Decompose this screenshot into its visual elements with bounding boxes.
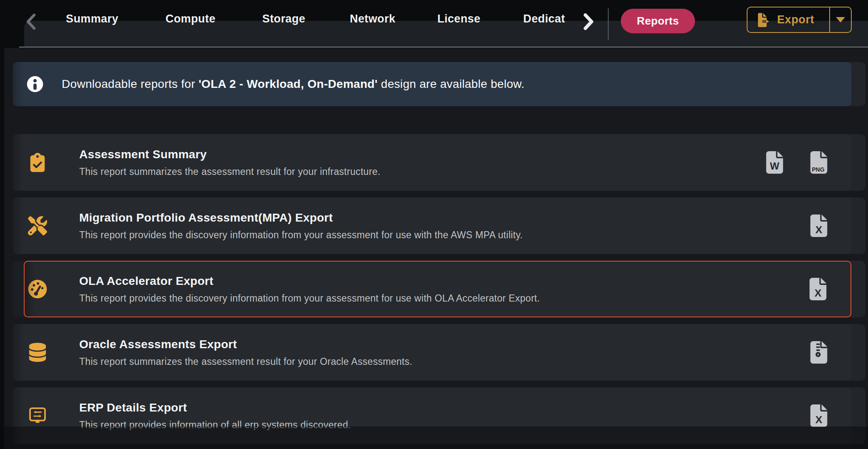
report-description: This report summarizes the assessment re… — [79, 356, 412, 367]
tab-summary[interactable]: Summary — [66, 12, 118, 25]
svg-text:W: W — [770, 161, 780, 172]
report-row: Migration Portfolio Assessment(MPA) Expo… — [13, 197, 865, 254]
tab-compute[interactable]: Compute — [166, 12, 216, 25]
svg-text:PNG: PNG — [812, 166, 825, 173]
report-card: Assessment Summary This report summarize… — [13, 134, 851, 191]
clipboard-check-icon — [28, 153, 47, 172]
report-row: OLA Accelerator Export This report provi… — [13, 261, 865, 317]
gauge-icon — [28, 279, 47, 299]
word-file-icon: W — [765, 169, 784, 175]
info-icon — [26, 75, 44, 93]
download-options: X — [809, 278, 850, 300]
report-title: OLA Accelerator Export — [79, 274, 540, 288]
download-excel-button[interactable]: X — [810, 215, 828, 237]
report-description: This report provides the discovery infor… — [79, 293, 540, 304]
svg-text:X: X — [815, 287, 822, 299]
report-row: Oracle Assessments Export This report su… — [13, 324, 865, 381]
download-options: X — [810, 215, 851, 237]
erp-sliders-icon — [28, 406, 47, 425]
report-title: Oracle Assessments Export — [79, 338, 412, 351]
nav-divider — [608, 8, 609, 40]
tab-network[interactable]: Network — [350, 12, 395, 25]
download-png-button[interactable]: PNG — [810, 151, 828, 174]
screwdriver-wrench-icon — [28, 216, 47, 235]
banner-text: Downloadable reports for 'OLA 2 - Worklo… — [62, 77, 524, 91]
report-list: Assessment Summary This report summarize… — [4, 134, 868, 444]
report-description: This report provides the discovery infor… — [79, 229, 523, 241]
download-options: WPNG — [765, 151, 851, 174]
report-row: Assessment Summary This report summarize… — [13, 134, 865, 191]
report-card: Oracle Assessments Export This report su… — [13, 324, 851, 381]
report-card: OLA Accelerator Export This report provi… — [24, 261, 851, 317]
excel-file-icon: X — [810, 232, 828, 238]
database-icon — [28, 343, 47, 362]
zip-file-icon — [810, 359, 828, 365]
report-title: Assessment Summary — [79, 148, 380, 161]
file-export-icon — [756, 12, 771, 28]
top-nav: SummaryComputeStorageNetworkLicenseDedic… — [0, 0, 868, 48]
tab-storage[interactable]: Storage — [262, 12, 305, 25]
download-options: X — [810, 404, 851, 427]
chevron-right-icon — [578, 11, 598, 32]
reports-content: Downloadable reports for 'OLA 2 - Worklo… — [4, 48, 868, 449]
tab-bar-divider — [19, 47, 868, 47]
svg-text:X: X — [815, 414, 823, 425]
bottom-fade-overlay — [0, 427, 868, 449]
download-excel-button[interactable]: X — [809, 278, 827, 300]
info-banner: Downloadable reports for 'OLA 2 - Worklo… — [13, 62, 865, 106]
download-excel-button[interactable]: X — [810, 404, 828, 427]
report-title: ERP Details Export — [79, 401, 351, 414]
excel-file-icon: X — [809, 295, 827, 302]
export-label: Export — [777, 13, 814, 26]
tab-reports[interactable]: Reports — [621, 9, 695, 33]
tabs-scroll-right-button[interactable] — [578, 11, 598, 32]
export-dropdown-toggle[interactable] — [830, 7, 851, 32]
tab-bar: SummaryComputeStorageNetworkLicenseDedic… — [0, 12, 609, 29]
download-word-button[interactable]: W — [765, 151, 784, 174]
tab-dedicat[interactable]: Dedicat — [523, 12, 565, 25]
report-description: This report summarizes the assessment re… — [79, 166, 380, 177]
export-button[interactable]: Export — [747, 7, 852, 33]
svg-text:X: X — [815, 224, 823, 235]
caret-down-icon — [836, 17, 845, 22]
report-card: Migration Portfolio Assessment(MPA) Expo… — [13, 197, 851, 254]
tab-license[interactable]: License — [437, 12, 480, 25]
report-title: Migration Portfolio Assessment(MPA) Expo… — [79, 211, 523, 224]
download-zip-button[interactable] — [810, 341, 828, 364]
reports-page: SummaryComputeStorageNetworkLicenseDedic… — [0, 0, 868, 449]
png-file-icon: PNG — [810, 169, 828, 175]
download-options — [810, 341, 851, 364]
